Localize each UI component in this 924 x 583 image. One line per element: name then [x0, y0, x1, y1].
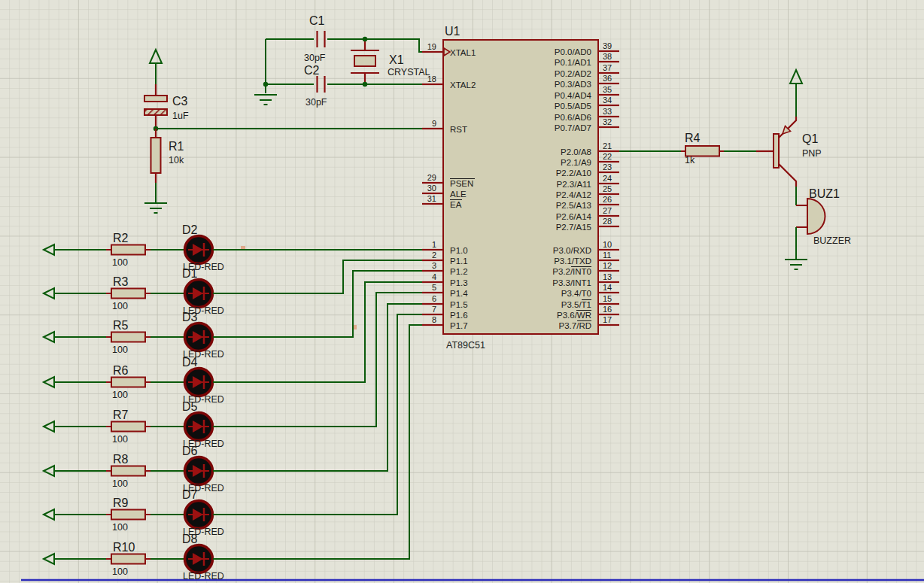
- pin-number: 10: [603, 240, 612, 249]
- resistor[interactable]: [106, 554, 150, 564]
- pin-name: P0.1/AD1: [555, 58, 591, 67]
- pin-name: P1.1: [450, 257, 468, 266]
- pin-number: 36: [603, 74, 612, 83]
- buz1-value: BUZZER: [813, 235, 851, 246]
- pin-number: 29: [427, 173, 436, 182]
- pin-number: 13: [603, 272, 612, 281]
- c3-value: 1uF: [172, 111, 189, 121]
- resistor[interactable]: [106, 332, 150, 342]
- pin-name: P3.5/T1: [561, 300, 591, 309]
- pin-name: P3.3/INT1: [552, 278, 591, 287]
- schematic-canvas[interactable]: C1 30pF C2 30pF X1 CRYSTAL C3 1uF R: [0, 0, 924, 583]
- led[interactable]: [185, 323, 213, 351]
- pin-number: 3: [432, 261, 436, 270]
- r1-ref: R1: [169, 140, 184, 153]
- c2-value: 30pF: [305, 97, 327, 108]
- pin-name: P2.0/A8: [561, 147, 591, 156]
- pin-number: 19: [427, 42, 436, 51]
- pin-name: RST: [450, 125, 467, 134]
- pin-name: P2.7/A15: [556, 223, 591, 232]
- led[interactable]: [185, 457, 213, 485]
- pin-name: XTAL1: [450, 48, 476, 57]
- pin-number: 22: [603, 152, 612, 161]
- led-ref: D3: [182, 311, 198, 323]
- pin-number: 38: [603, 52, 612, 61]
- pin-number: 11: [603, 251, 611, 260]
- pin-name: P0.3/AD3: [555, 80, 591, 89]
- q1-ref: Q1: [802, 132, 818, 145]
- junction-dot: [363, 82, 367, 87]
- mcu-part: AT89C51: [446, 340, 485, 351]
- pin-name: P1.5: [450, 300, 468, 309]
- resistor[interactable]: [106, 245, 150, 255]
- pin-name: P1.3: [450, 278, 468, 287]
- pin-name: P1.2: [450, 267, 468, 276]
- pin-number: 25: [603, 184, 612, 193]
- resistor-value: 100: [112, 478, 128, 489]
- pin-number: 23: [603, 162, 612, 172]
- pin-number: 1: [432, 240, 436, 249]
- pin-name: P2.2/A10: [556, 169, 591, 178]
- resistor-ref: R8: [113, 453, 129, 466]
- led[interactable]: [185, 413, 213, 441]
- buz1-ref: BUZ1: [809, 187, 840, 200]
- mcu-u1[interactable]: U1 AT89C51 19XTAL118XTAL29RST29PSEN30ALE…: [422, 25, 619, 351]
- pin-name: P0.5/AD5: [555, 102, 591, 111]
- led[interactable]: [185, 280, 213, 308]
- resistor[interactable]: [106, 378, 150, 387]
- pin-number: 34: [603, 96, 612, 105]
- c1-ref: C1: [309, 14, 325, 27]
- resistor-value: 100: [112, 566, 128, 577]
- pin-name: P0.6/AD6: [555, 113, 591, 122]
- junction-dot: [263, 82, 268, 87]
- pin-name: P3.7/RD: [559, 321, 591, 330]
- mcu-ref: U1: [445, 25, 460, 38]
- pin-name: P2.1/A9: [561, 158, 591, 167]
- pin-number: 4: [432, 272, 436, 281]
- pin-name: XTAL2: [450, 80, 476, 90]
- pin-number: 35: [603, 85, 612, 94]
- resistor-ref: R6: [113, 364, 129, 377]
- resistor-value: 100: [112, 522, 128, 533]
- led[interactable]: [185, 369, 213, 396]
- pin-number: 31: [427, 194, 436, 203]
- led-ref: D7: [182, 488, 198, 501]
- q1-value: PNP: [802, 148, 822, 159]
- led-ref: D8: [182, 533, 198, 545]
- pin-number: 9: [432, 119, 436, 128]
- resistor-ref: R3: [113, 275, 129, 288]
- pin-number: 14: [603, 283, 612, 292]
- pin-name: P0.0/AD0: [555, 47, 591, 56]
- junction-dot: [363, 37, 367, 41]
- pin-number: 39: [603, 41, 612, 50]
- pin-number: 33: [603, 107, 612, 116]
- resistor[interactable]: [106, 422, 150, 432]
- led-ref: D6: [182, 445, 198, 457]
- resistor-ref: R7: [113, 408, 129, 421]
- led[interactable]: [185, 501, 213, 529]
- pin-number: 16: [603, 305, 612, 314]
- pin-name: P0.4/AD4: [555, 91, 592, 100]
- led-ref: D4: [182, 356, 198, 369]
- pin-name: P1.7: [450, 321, 468, 330]
- pin-name: EA: [450, 200, 462, 209]
- pin-name: P3.2/INT0: [552, 267, 591, 276]
- pin-number: 6: [432, 294, 436, 303]
- r4-value: 1k: [685, 155, 695, 165]
- pin-number: 12: [603, 261, 612, 270]
- pin-number: 8: [432, 315, 436, 324]
- pin-number: 32: [603, 117, 612, 126]
- pin-number: 24: [603, 174, 612, 183]
- led[interactable]: [185, 236, 213, 264]
- resistor-value: 100: [112, 257, 128, 268]
- resistor[interactable]: [106, 466, 150, 476]
- pin-number: 2: [432, 251, 436, 260]
- x1-value: CRYSTAL: [388, 67, 430, 77]
- resistor[interactable]: [106, 289, 150, 299]
- pin-number: 28: [603, 217, 612, 226]
- pin-name: ALE: [450, 190, 467, 199]
- pin-name: P2.4/A12: [556, 190, 591, 199]
- resistor[interactable]: [106, 510, 150, 520]
- pin-number: 15: [603, 294, 612, 303]
- led[interactable]: [185, 545, 213, 573]
